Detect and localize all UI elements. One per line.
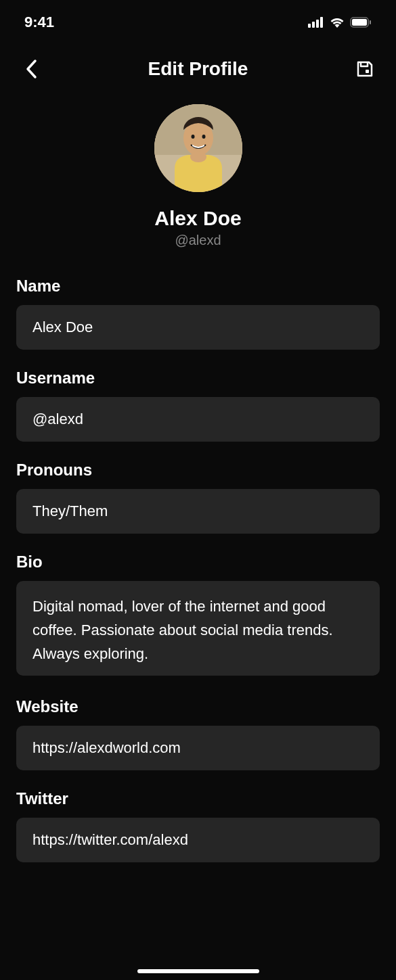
pronouns-label: Pronouns (16, 461, 380, 480)
bio-input[interactable] (16, 581, 380, 676)
svg-rect-1 (312, 22, 315, 28)
edit-form: Name Username Pronouns Bio Website Twitt… (0, 264, 396, 893)
status-icons (308, 17, 372, 28)
pronouns-input[interactable] (16, 489, 380, 534)
svg-rect-3 (320, 17, 323, 28)
name-input[interactable] (16, 305, 380, 350)
twitter-label: Twitter (16, 789, 380, 808)
svg-point-13 (190, 151, 206, 162)
svg-rect-2 (316, 20, 319, 28)
bio-field-group: Bio (16, 553, 380, 678)
pronouns-field-group: Pronouns (16, 461, 380, 534)
twitter-field-group: Twitter (16, 789, 380, 862)
username-field-group: Username (16, 369, 380, 442)
name-label: Name (16, 277, 380, 296)
wifi-icon (330, 17, 345, 28)
back-button[interactable] (19, 57, 43, 81)
display-name: Alex Doe (154, 207, 241, 230)
name-field-group: Name (16, 277, 380, 350)
svg-rect-0 (308, 24, 311, 28)
bio-label: Bio (16, 553, 380, 571)
status-time: 9:41 (24, 14, 54, 31)
svg-rect-6 (370, 20, 371, 24)
svg-rect-5 (352, 19, 367, 26)
battery-icon (350, 17, 372, 28)
username-label: Username (16, 369, 380, 388)
avatar-image (154, 104, 242, 192)
website-field-group: Website (16, 697, 380, 770)
save-icon (355, 60, 374, 78)
profile-handle: @alexd (175, 233, 221, 248)
profile-section: Alex Doe @alexd (0, 97, 396, 264)
status-bar: 9:41 (0, 0, 396, 41)
home-indicator[interactable] (137, 969, 259, 973)
cellular-icon (308, 17, 324, 28)
username-input[interactable] (16, 397, 380, 442)
website-label: Website (16, 697, 380, 716)
svg-point-11 (191, 135, 194, 139)
page-title: Edit Profile (148, 58, 248, 80)
avatar[interactable] (154, 104, 242, 192)
twitter-input[interactable] (16, 818, 380, 862)
header: Edit Profile (0, 41, 396, 97)
svg-point-12 (202, 135, 205, 139)
chevron-left-icon (25, 59, 37, 79)
save-button[interactable] (353, 57, 377, 81)
website-input[interactable] (16, 726, 380, 770)
svg-rect-7 (366, 70, 369, 73)
